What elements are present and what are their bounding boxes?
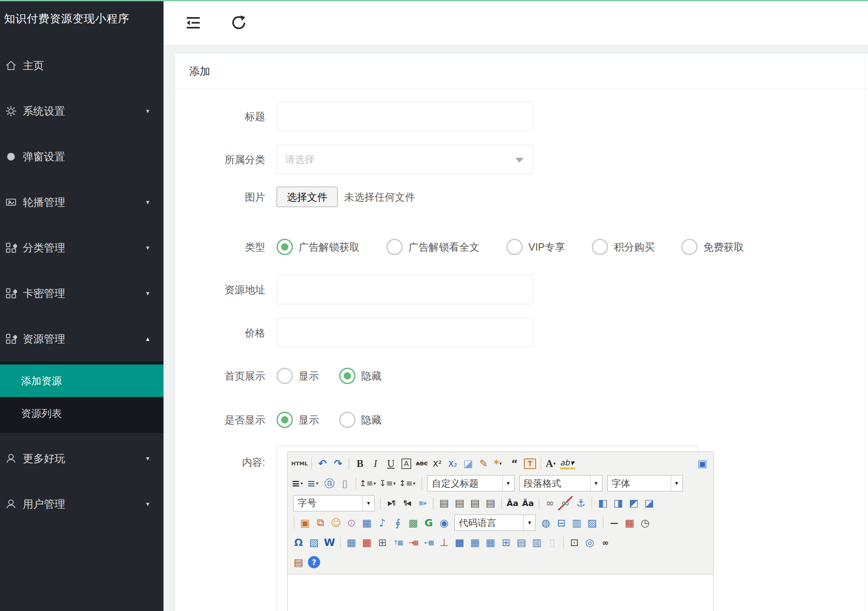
type-radio-1[interactable]: 广告解锁看全文 (386, 239, 480, 255)
italic-icon[interactable]: I (368, 456, 383, 471)
row-stripes-icon[interactable]: ▤ (514, 535, 529, 550)
redo-icon[interactable]: ↷ (331, 456, 345, 471)
ltr-icon[interactable]: ▶¶ (384, 496, 399, 511)
paste-icon[interactable]: ▤ (291, 555, 306, 570)
category-select[interactable]: 请选择 (277, 145, 533, 174)
underline-icon[interactable]: U (384, 456, 398, 471)
cell-properties-icon[interactable]: ■ (452, 535, 467, 550)
uppercase-icon[interactable]: Âa (505, 496, 520, 511)
visible-radio-1[interactable]: 隐藏 (339, 412, 382, 428)
sidebar-item-3[interactable]: 轮播管理▼ (0, 191, 164, 214)
sidebar-item-6[interactable]: 资源管理▲ (0, 327, 164, 350)
delete-row-icon[interactable]: ⊥ (437, 535, 451, 550)
insert-row-below-icon[interactable]: →▦ (406, 535, 421, 550)
strikethrough-icon[interactable]: ABC (414, 456, 429, 471)
disabled-page-icon[interactable]: ▯ (545, 535, 560, 550)
search-replace-icon[interactable]: ∞ (598, 535, 613, 550)
format-painter-icon[interactable]: ✎ (476, 456, 491, 471)
emoticon-icon[interactable]: ☺ (329, 515, 343, 530)
remote-image-icon[interactable]: ▨ (585, 515, 600, 530)
image-align-left-icon[interactable]: ◧ (595, 496, 610, 511)
sidebar-subitem-1[interactable]: 资源列表 (0, 397, 164, 430)
map-icon[interactable]: ▩ (406, 515, 421, 530)
align-right-icon[interactable]: ▤ (468, 496, 482, 511)
music-icon[interactable]: ♪ (375, 515, 390, 530)
anchor-icon[interactable]: ⚓ (574, 496, 588, 511)
attachment-icon[interactable]: ∮ (390, 515, 405, 530)
code-language-select[interactable]: 代码语言▼ (454, 515, 536, 531)
auto-typeset-icon[interactable]: ⓐ (322, 476, 337, 491)
subscript-icon[interactable]: X₂ (445, 456, 460, 471)
unordered-list-icon[interactable]: ≡▾ (307, 476, 321, 491)
google-map-icon[interactable]: G (421, 515, 436, 530)
line-height-icon[interactable]: ↕≡▾ (399, 476, 418, 491)
merge-cells-right-icon[interactable]: ▦ (468, 535, 482, 550)
image-align-right-icon[interactable]: ◩ (626, 496, 641, 511)
align-center-icon[interactable]: ▤ (452, 496, 467, 511)
media-icon[interactable]: ◉ (437, 515, 451, 530)
clock-icon[interactable]: ◷ (638, 515, 652, 530)
sidebar-item-4[interactable]: 分类管理▼ (0, 236, 164, 259)
font-color-icon[interactable]: A▾ (545, 456, 559, 471)
insert-row-above-icon[interactable]: ↑▦ (390, 535, 405, 550)
quick-format-icon[interactable]: *▾ (492, 456, 506, 471)
rtl-icon[interactable]: ¶◀ (399, 496, 414, 511)
new-document-icon[interactable]: ▯ (338, 476, 352, 491)
font-family-select[interactable]: 字体▼ (607, 475, 683, 491)
font-size-select[interactable]: 字号▼ (293, 495, 375, 511)
first-line-indent-icon[interactable]: ↥≡▾ (360, 476, 379, 491)
align-left-icon[interactable]: ▤ (437, 496, 451, 511)
palette-icon[interactable]: ⊙ (344, 515, 359, 530)
type-radio-4[interactable]: 免费获取 (681, 239, 744, 255)
type-radio-0[interactable]: 广告解锁获取 (277, 239, 360, 255)
eraser-icon[interactable]: ◪ (461, 456, 475, 471)
paragraph-format-select[interactable]: 段落格式▼ (519, 475, 602, 491)
resource-url-input[interactable] (277, 275, 533, 304)
image-icon[interactable]: ▣ (298, 515, 312, 530)
image-align-center-icon[interactable]: ◨ (611, 496, 626, 511)
highlight-color-icon[interactable]: ab▾ (560, 456, 575, 471)
multi-image-icon[interactable]: ⧉ (313, 515, 328, 530)
word-paste-icon[interactable]: W (322, 535, 337, 550)
col-stripes-icon[interactable]: ▥ (530, 535, 544, 550)
superscript-icon[interactable]: X² (430, 456, 445, 471)
paste-text-icon[interactable]: T (523, 456, 537, 471)
sidebar-item-8[interactable]: 用户管理▼ (0, 493, 164, 515)
sidebar-item-0[interactable]: 主页 (0, 54, 164, 77)
text-box-icon[interactable]: A (399, 456, 414, 471)
home_display-radio-1[interactable]: 隐藏 (339, 368, 382, 384)
delete-table-icon[interactable]: ▦ (360, 535, 374, 550)
page-break-icon[interactable]: ⊟ (554, 515, 569, 530)
special-char-icon[interactable]: Ω (291, 535, 306, 550)
print-icon[interactable]: ⊡ (567, 535, 582, 550)
link-icon[interactable]: ∞ (543, 496, 557, 511)
unlink-icon[interactable]: ∞ (558, 496, 573, 511)
source-code-icon[interactable]: HTML (291, 456, 308, 471)
home_display-radio-0[interactable]: 显示 (277, 368, 319, 384)
type-radio-3[interactable]: 积分购买 (592, 239, 654, 255)
lowercase-icon[interactable]: Ãa (521, 496, 535, 511)
ordered-list-icon[interactable]: ≡▾ (291, 476, 306, 491)
sidebar-item-5[interactable]: 卡密管理▼ (0, 282, 164, 305)
choose-file-button[interactable]: 选择文件 (277, 187, 338, 207)
sidebar-item-2[interactable]: 弹窗设置 (0, 145, 164, 168)
title-input[interactable] (277, 102, 533, 131)
image-block-icon[interactable]: ◪ (642, 496, 656, 511)
insert-table-icon[interactable]: ▦ (344, 535, 359, 550)
video-icon[interactable]: ▦ (360, 515, 374, 530)
calendar-icon[interactable]: ▦ (622, 515, 637, 530)
insert-col-left-icon[interactable]: ←▦ (421, 535, 436, 550)
custom-heading-select[interactable]: 自定义标题▼ (427, 475, 515, 491)
blockquote-icon[interactable]: “ (507, 456, 522, 471)
type-radio-2[interactable]: VIP专享 (506, 239, 565, 255)
table-properties-icon[interactable]: ⊞ (375, 535, 390, 550)
cut-image-icon[interactable]: ▧ (307, 535, 321, 550)
columns-icon[interactable]: ▥ (569, 515, 584, 530)
split-cells-icon[interactable]: ⊞ (499, 535, 513, 550)
merge-cells-down-icon[interactable]: ▦ (483, 535, 498, 550)
flash-icon[interactable]: ◍ (539, 515, 553, 530)
help-icon[interactable]: ? (307, 555, 321, 570)
sidebar-subitem-0[interactable]: 添加资源 (0, 364, 164, 397)
editor-content-area[interactable] (287, 574, 714, 611)
sidebar-item-1[interactable]: 系统设置▼ (0, 100, 164, 122)
